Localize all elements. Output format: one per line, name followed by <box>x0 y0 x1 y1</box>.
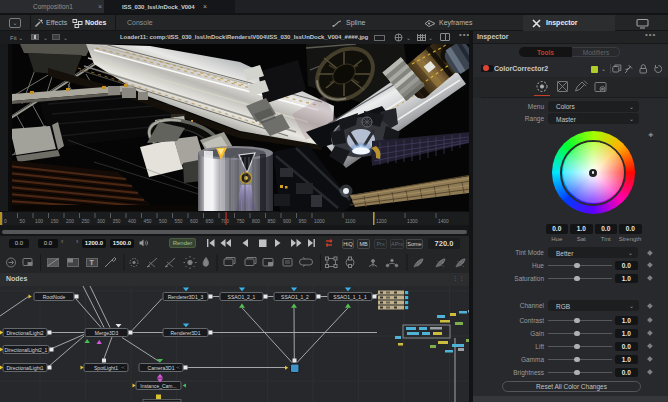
svg-text:SSAO1_1_2: SSAO1_1_2 <box>281 294 309 300</box>
svg-text:DirectionalLight2: DirectionalLight2 <box>6 330 43 336</box>
svg-text:250: 250 <box>82 219 90 224</box>
svg-text:SSAO1_2_1: SSAO1_2_1 <box>228 294 256 300</box>
svg-text:700: 700 <box>221 219 229 224</box>
svg-text:DirectionalLight2_1: DirectionalLight2_1 <box>5 347 48 353</box>
svg-text:750: 750 <box>237 219 245 224</box>
svg-text:550: 550 <box>175 219 183 224</box>
svg-text:Instance_Cam...: Instance_Cam... <box>140 383 176 389</box>
svg-text:150: 150 <box>51 219 59 224</box>
svg-text:1200: 1200 <box>376 219 387 224</box>
svg-text:0: 0 <box>4 219 7 224</box>
svg-text:T: T <box>90 259 95 266</box>
svg-text:Merge3D3: Merge3D3 <box>95 330 119 336</box>
svg-text:1300: 1300 <box>407 219 418 224</box>
svg-text:1000: 1000 <box>314 219 325 224</box>
svg-text:850: 850 <box>268 219 276 224</box>
svg-text:1100: 1100 <box>345 219 356 224</box>
svg-text:RootNode: RootNode <box>43 294 66 300</box>
svg-text:400: 400 <box>128 219 136 224</box>
svg-text:Renderer3D1: Renderer3D1 <box>170 330 200 336</box>
svg-text:SpotLight1: SpotLight1 <box>94 365 118 371</box>
svg-text:200: 200 <box>66 219 74 224</box>
svg-text:350: 350 <box>113 219 121 224</box>
svg-text:50: 50 <box>20 219 26 224</box>
svg-text:100: 100 <box>35 219 43 224</box>
svg-text:Renderer3D1_3: Renderer3D1_3 <box>168 294 204 300</box>
svg-text:650: 650 <box>206 219 214 224</box>
svg-text:450: 450 <box>144 219 152 224</box>
svg-text:1400: 1400 <box>438 219 449 224</box>
svg-text:Camera3D1: Camera3D1 <box>148 365 175 371</box>
svg-text:600: 600 <box>190 219 198 224</box>
svg-text:800: 800 <box>252 219 260 224</box>
svg-text:500: 500 <box>159 219 167 224</box>
svg-text:950: 950 <box>299 219 307 224</box>
svg-text:SSAO1_1_1_1: SSAO1_1_1_1 <box>333 294 367 300</box>
svg-text:DirectionalLight1: DirectionalLight1 <box>6 365 43 371</box>
svg-text:900: 900 <box>283 219 291 224</box>
svg-text:300: 300 <box>97 219 105 224</box>
